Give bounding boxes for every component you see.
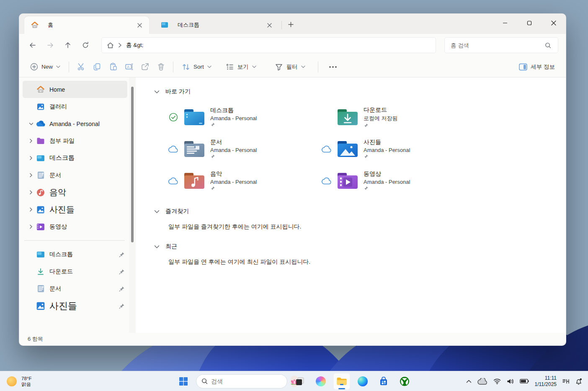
explorer-search-box[interactable]: [444, 37, 558, 53]
rename-button[interactable]: A: [121, 59, 137, 75]
task-view-button[interactable]: [291, 373, 308, 390]
address-bar[interactable]: 홈 &gt;: [101, 37, 436, 53]
paste-button[interactable]: [105, 59, 121, 75]
chevron-right-icon[interactable]: [26, 173, 36, 177]
tab-desktop-close-icon[interactable]: [264, 20, 275, 31]
share-button[interactable]: [137, 59, 153, 75]
taskbar-search-box[interactable]: [196, 374, 287, 388]
quick-access-tile-downloads[interactable]: 다운로드 로컬에 저장됨: [322, 104, 475, 130]
quick-access-tile-music[interactable]: 음악 Amanda - Personal: [168, 168, 322, 194]
favorites-section-header[interactable]: 즐겨찾기: [154, 206, 566, 216]
sidebar-item-videos[interactable]: 동영상: [23, 218, 127, 235]
chevron-down-icon[interactable]: [154, 90, 160, 94]
details-pane-button[interactable]: 세부 정보: [515, 59, 559, 75]
filter-button[interactable]: 필터: [271, 59, 309, 75]
up-icon[interactable]: [60, 38, 75, 53]
delete-button[interactable]: [153, 59, 169, 75]
xbox-button[interactable]: [396, 373, 413, 390]
sidebar-item-onedrive[interactable]: Amanda - Personal: [23, 115, 127, 132]
view-button-label: 보기: [237, 63, 249, 71]
sidebar-item-onedrive-label: Amanda - Personal: [49, 121, 100, 127]
pictures-folder-icon: [336, 140, 359, 158]
pin-icon: [210, 186, 257, 191]
new-button[interactable]: New: [26, 59, 64, 75]
sidebar-item-desktop[interactable]: 데스크톱: [23, 149, 127, 167]
notification-bell-icon[interactable]: [575, 378, 582, 385]
explorer-search-input[interactable]: [451, 42, 542, 49]
tile-name: 사진들: [364, 139, 410, 146]
quick-access-section-header[interactable]: 바로 가기: [154, 87, 566, 97]
tab-home-close-icon[interactable]: [134, 20, 145, 31]
chevron-right-icon[interactable]: [26, 207, 36, 212]
refresh-icon[interactable]: [78, 38, 93, 53]
back-icon[interactable]: [25, 38, 40, 53]
chevron-down-icon[interactable]: [154, 245, 160, 249]
sidebar-item-gallery[interactable]: 갤러리: [23, 98, 127, 115]
ime-indicator-icon[interactable]: [562, 379, 569, 384]
tray-chevron-up-icon[interactable]: [466, 380, 472, 383]
explorer-search-icon[interactable]: [542, 39, 554, 51]
status-bar: 6 항목: [19, 333, 566, 345]
desktop-icon: [36, 154, 45, 163]
battery-icon[interactable]: [520, 379, 529, 383]
forward-icon[interactable]: [43, 38, 58, 53]
pinned-item-pictures[interactable]: 사진들: [23, 297, 127, 314]
chevron-right-icon[interactable]: [26, 139, 36, 143]
sidebar-item-home[interactable]: Home: [23, 81, 127, 98]
gallery-icon: [36, 102, 45, 111]
onedrive-tray-icon[interactable]: [477, 378, 487, 385]
sidebar-item-documents[interactable]: 문서: [23, 167, 127, 184]
store-button[interactable]: [375, 373, 392, 390]
pictures-icon: [36, 301, 45, 311]
cut-button[interactable]: [73, 59, 89, 75]
taskbar: 78°F 맑음: [0, 371, 588, 391]
pin-icon: [364, 186, 410, 191]
volume-icon[interactable]: [507, 378, 514, 384]
sidebar-item-gallery-label: 갤러리: [49, 103, 67, 111]
wifi-icon[interactable]: [493, 378, 501, 384]
weather-widget[interactable]: 78°F 맑음: [0, 371, 37, 391]
chevron-down-icon[interactable]: [154, 210, 160, 214]
tile-subtitle: Amanda - Personal: [364, 147, 410, 153]
edge-button[interactable]: [354, 373, 371, 390]
sidebar-item-pictures[interactable]: 사진들: [23, 201, 127, 218]
more-options-button[interactable]: [325, 59, 341, 75]
sidebar-item-music-label: 음악: [49, 187, 66, 198]
quick-access-tile-documents[interactable]: 문서 Amanda - Personal: [168, 136, 322, 162]
quick-access-tile-videos[interactable]: 동영상 Amanda - Personal: [322, 168, 475, 194]
copilot-button[interactable]: [312, 373, 329, 390]
chevron-right-icon[interactable]: [26, 224, 36, 229]
taskbar-search-input[interactable]: [211, 378, 287, 385]
view-button[interactable]: 보기: [222, 59, 260, 75]
quick-access-tile-pictures[interactable]: 사진들 Amanda - Personal: [322, 136, 475, 162]
start-button[interactable]: [175, 373, 192, 390]
tray-clock[interactable]: 11:11 1/11/2025: [535, 375, 557, 388]
tab-home[interactable]: 홈: [24, 16, 149, 34]
chevron-down-icon[interactable]: [26, 122, 36, 126]
minimize-button[interactable]: [493, 14, 517, 32]
quick-access-tile-desktop[interactable]: 데스크톱 Amanda - Personal: [168, 104, 322, 130]
chevron-right-icon[interactable]: [26, 156, 36, 160]
sync-ok-icon: [168, 113, 178, 122]
favorites-title: 즐겨찾기: [165, 208, 189, 215]
copy-button[interactable]: [89, 59, 105, 75]
tab-desktop[interactable]: 데스크톱: [154, 16, 279, 34]
pinned-item-downloads[interactable]: 다운로드: [23, 263, 127, 280]
new-tab-button[interactable]: [284, 18, 297, 31]
close-button[interactable]: [542, 14, 566, 32]
sidebar-item-music[interactable]: 음악: [23, 184, 127, 201]
sidebar-item-attachments[interactable]: 첨부 파일: [23, 132, 127, 149]
weather-condition: 맑음: [21, 381, 31, 387]
sidebar-scrollbar-thumb[interactable]: [131, 87, 134, 242]
active-app-indicator: [338, 388, 345, 389]
tile-subtitle: Amanda - Personal: [210, 147, 257, 153]
maximize-button[interactable]: [517, 14, 542, 32]
pinned-item-desktop[interactable]: 데스크톱: [23, 246, 127, 263]
pinned-item-documents[interactable]: 문서: [23, 280, 127, 297]
file-explorer-button[interactable]: [333, 373, 350, 390]
sort-button[interactable]: Sort: [178, 59, 216, 75]
recent-section-header[interactable]: 최근: [154, 242, 566, 252]
navigation-sidebar: Home 갤러리 Amanda - Personal: [19, 77, 129, 333]
quick-access-grid: 데스크톱 Amanda - Personal 다운로드 로컬에 저장됨: [168, 104, 566, 194]
chevron-right-icon[interactable]: [26, 190, 36, 195]
